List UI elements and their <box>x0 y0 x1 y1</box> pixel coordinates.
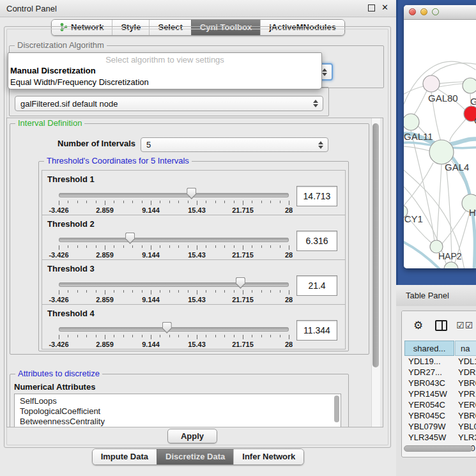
threshold-slider-2[interactable]: -3.4262.8599.14415.4321.71528 <box>59 232 289 259</box>
tick-mark <box>270 201 271 203</box>
threshold-slider-1[interactable]: -3.4262.8599.14415.4321.71528 <box>59 187 289 214</box>
table-hscrollbar[interactable] <box>404 445 473 452</box>
threshold-value-field[interactable]: 14.713 <box>296 186 337 206</box>
table-row[interactable]: YER054CYER0 <box>402 400 476 411</box>
threshold-value-field[interactable]: 11.344 <box>296 320 337 341</box>
table-row[interactable]: YDR27...YDR2 <box>402 367 476 378</box>
network-window-titlebar[interactable] <box>404 5 476 20</box>
tick-mark <box>234 290 234 293</box>
table-row[interactable]: YBR043CYBR0 <box>402 378 476 389</box>
tick-mark <box>224 335 225 337</box>
tick-mark <box>280 245 280 248</box>
close-traffic-light-icon[interactable] <box>409 8 416 15</box>
GAL80-node[interactable] <box>423 75 440 92</box>
scrollpane-scrollbar-track[interactable] <box>371 118 380 427</box>
node-label-gcy1: GCY1 <box>404 213 423 224</box>
GAL4-node[interactable] <box>429 140 454 164</box>
column-header-shared-name[interactable]: shared... <box>404 341 454 356</box>
attribute-item[interactable]: TopologicalCoefficient <box>15 406 341 417</box>
tick-mark <box>77 335 78 337</box>
network-edge <box>450 117 468 141</box>
zoom-traffic-light-icon[interactable] <box>432 8 439 15</box>
threshold-slider-4[interactable]: -3.4262.8599.14415.4321.71528 <box>59 321 289 348</box>
table-row[interactable]: YLR345WYLR3 <box>402 433 476 443</box>
combo-arrows-icon <box>322 68 327 76</box>
tick-label: 2.859 <box>96 206 114 214</box>
tick-label: 2.859 <box>96 341 114 348</box>
tick-mark <box>169 335 170 337</box>
algorithm-option-equal-width[interactable]: Equal Width/Frequency Discretization <box>8 76 321 88</box>
node-table-panel: ⚙ ☑☑ shared... na YDL19...YDL1YDR27...YD… <box>401 311 476 457</box>
tick-label: 9.144 <box>142 341 160 348</box>
minimize-traffic-light-icon[interactable] <box>420 8 427 15</box>
tab-discretize-data[interactable]: Discretize Data <box>157 449 233 464</box>
column-header-name[interactable]: na <box>455 341 476 356</box>
tick-mark <box>59 245 59 250</box>
split-view-icon[interactable] <box>435 320 447 331</box>
tick-mark <box>224 201 225 203</box>
slider-thumb[interactable] <box>162 322 172 334</box>
tab-infer-network[interactable]: Infer Network <box>233 449 303 464</box>
apply-button[interactable]: Apply <box>167 429 217 443</box>
tick-label: 15.43 <box>188 251 206 259</box>
number-of-intervals-label: Number of Intervals <box>58 139 135 148</box>
close-icon[interactable]: ✕ <box>381 4 388 12</box>
tick-mark <box>86 290 87 293</box>
GAL11-node[interactable] <box>404 114 419 130</box>
table-data-select[interactable]: galFiltered.sif default node <box>15 96 323 111</box>
float-window-icon[interactable] <box>368 4 375 12</box>
algorithm-option-manual[interactable]: Manual Discretization <box>8 65 321 76</box>
interval-definition-group: Interval Definition Number of Intervals … <box>10 123 369 355</box>
tick-mark <box>114 245 114 248</box>
tick-mark <box>142 245 142 248</box>
table-row[interactable]: YPR145WYPR1 <box>402 389 476 400</box>
table-data-group: Table Data galFiltered.sif default node <box>9 87 329 116</box>
tick-mark <box>68 245 68 248</box>
node-label-hap2: HAP2 <box>438 251 462 261</box>
network-edge <box>404 146 429 151</box>
cell-shared-name: YBL079W <box>408 422 446 431</box>
table-row[interactable]: YBL079WYBL0 <box>402 422 476 433</box>
threshold-value-field[interactable]: 6.316 <box>296 231 337 251</box>
tick-mark <box>261 201 262 203</box>
tick-mark <box>123 290 124 293</box>
checkbox-icons[interactable]: ☑☑ <box>456 320 473 330</box>
tick-mark <box>188 335 188 337</box>
discretization-algorithm-title: Discretization Algorithm <box>15 41 107 50</box>
threshold-slider-3[interactable]: -3.4262.8599.14415.4321.71528 <box>59 277 289 303</box>
panel-title: Control Panel <box>6 4 57 13</box>
tick-label: 9.144 <box>142 251 160 259</box>
tick-mark <box>197 201 197 205</box>
threshold-label: Threshold 1 <box>47 174 95 184</box>
numerical-attributes-label: Numerical Attributes <box>14 382 95 392</box>
GAL-node[interactable] <box>463 78 476 93</box>
slider-thumb[interactable] <box>187 188 196 199</box>
attribute-item[interactable]: BetweennessCentrality <box>15 417 341 427</box>
tick-mark <box>234 335 234 337</box>
threshold-value-field[interactable]: 21.4 <box>296 275 337 296</box>
tick-mark <box>215 201 216 203</box>
table-row[interactable]: YDL19...YDL1 <box>402 357 476 367</box>
threshold-label: Threshold 2 <box>47 219 95 229</box>
list-scrollbar[interactable] <box>334 395 339 422</box>
tick-mark <box>132 335 133 337</box>
number-of-intervals-value: 5 <box>146 140 151 150</box>
tick-mark <box>96 335 96 337</box>
number-of-intervals-select[interactable]: 5 <box>141 137 328 152</box>
tick-mark <box>68 201 68 203</box>
node-label-gal4: GAL4 <box>445 162 469 173</box>
table-row[interactable]: YBR045CYBR0 <box>402 411 476 422</box>
numerical-attributes-list[interactable]: SelfLoopsTopologicalCoefficientBetweenne… <box>14 394 341 427</box>
slider-thumb[interactable] <box>125 233 135 244</box>
algorithm-placeholder-item[interactable]: Select algorithm to view settings <box>8 53 321 65</box>
attributes-group: Attributes to discretize Numerical Attri… <box>10 374 349 427</box>
scrollpane-scrollbar-thumb[interactable] <box>372 123 379 367</box>
attribute-item[interactable]: SelfLoops <box>15 394 341 406</box>
tick-mark <box>252 201 252 203</box>
gear-icon[interactable]: ⚙ <box>413 319 423 332</box>
table-panel-title: Table Panel <box>406 291 449 300</box>
tab-impute-data[interactable]: Impute Data <box>93 449 157 464</box>
slider-thumb[interactable] <box>236 277 245 289</box>
network-canvas[interactable]: GAL80GALCGAL11GAL4GCY1HHAP2 <box>404 20 476 268</box>
settings-scrollpane: Interval Definition Number of Intervals … <box>6 118 383 427</box>
